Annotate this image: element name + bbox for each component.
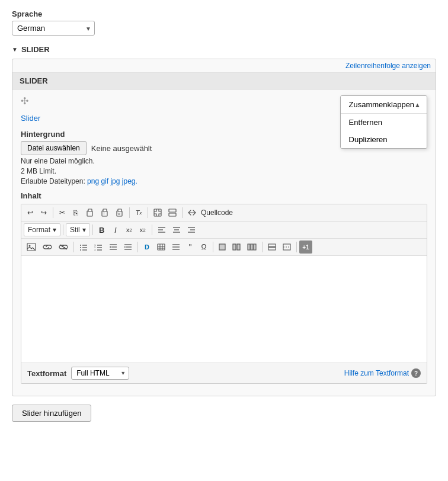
svg-point-27: [80, 249, 81, 251]
toolbar-sep-5: [63, 225, 63, 235]
svg-point-21: [29, 245, 31, 247]
page-wrapper: Sprache German English French ▼ ▼ SLIDER…: [0, 0, 448, 431]
slider-section-toggle[interactable]: ▼ SLIDER: [12, 45, 436, 54]
col2-button[interactable]: [229, 240, 244, 254]
entfernen-button[interactable]: Entfernen: [341, 114, 427, 131]
svg-rect-49: [219, 244, 225, 250]
svg-text:3.: 3.: [94, 248, 96, 251]
remove-format-button[interactable]: Tx: [132, 206, 145, 219]
style-label: Stil: [70, 226, 80, 234]
action-dropdown: Zusammenklappen ▲ Entfernen Duplizieren: [340, 95, 427, 149]
svg-rect-1: [88, 209, 92, 211]
drupal-button[interactable]: D: [140, 240, 153, 254]
zeilen-link[interactable]: Zeilenreihenfolge anzeigen: [345, 62, 431, 70]
file-hint-types: png gif jpg jpeg.: [87, 177, 137, 185]
dropdown-collapse-arrow-icon: ▲: [414, 101, 421, 108]
style-dropdown[interactable]: Stil ▾: [66, 223, 90, 236]
slider-section-label: SLIDER: [21, 45, 50, 54]
redo-button[interactable]: ↪: [37, 206, 50, 219]
textformat-select[interactable]: Full HTML Basic HTML Plain text: [71, 367, 129, 380]
extra-button[interactable]: +1: [299, 240, 312, 254]
align-right-button[interactable]: [184, 223, 199, 236]
file-hint-2: 2 MB Limit.: [21, 167, 427, 175]
bold-button[interactable]: B: [95, 223, 108, 236]
format-label: Format: [28, 226, 50, 234]
svg-rect-10: [169, 213, 176, 216]
duplizieren-button[interactable]: Duplizieren: [341, 131, 427, 148]
show-blocks-button[interactable]: [165, 206, 180, 219]
svg-point-23: [80, 245, 81, 246]
undo-button[interactable]: ↩: [24, 206, 37, 219]
file-choose-button[interactable]: Datei auswählen: [21, 141, 87, 155]
language-label: Sprache: [12, 9, 436, 18]
special-char-button[interactable]: Ω: [197, 240, 210, 254]
indent-button[interactable]: [121, 240, 135, 254]
inhalt-label: Inhalt: [21, 191, 427, 200]
paste-word-button[interactable]: W: [113, 206, 127, 219]
paste-button[interactable]: [83, 206, 97, 219]
svg-rect-8: [154, 209, 161, 216]
subscript-button[interactable]: x2: [136, 223, 149, 236]
toolbar-sep-11: [262, 242, 263, 252]
editor-content-area[interactable]: [21, 256, 427, 363]
svg-rect-51: [237, 244, 240, 250]
page-break-button[interactable]: [280, 240, 294, 254]
unlink-button[interactable]: [56, 240, 71, 254]
toolbar-sep-8: [73, 242, 74, 252]
outdent-button[interactable]: [106, 240, 120, 254]
copy-button[interactable]: ⎘: [69, 206, 82, 219]
toolbar-sep-7: [152, 225, 152, 235]
hilfe-link[interactable]: Hilfe zum Textformat ?: [344, 368, 421, 378]
dropdown-menu: Zusammenklappen ▲ Entfernen Duplizieren: [340, 95, 427, 149]
image-button[interactable]: [24, 240, 39, 254]
svg-rect-53: [251, 244, 253, 250]
toolbar-sep-2: [129, 207, 130, 218]
maximize-button[interactable]: [151, 206, 165, 219]
language-section: Sprache German English French ▼: [12, 9, 436, 36]
file-hint-1: Nur eine Datei möglich.: [21, 157, 427, 165]
language-select[interactable]: German English French: [12, 21, 95, 36]
inhalt-group: Inhalt ↩ ↪ ✂ ⎘ T: [21, 191, 427, 384]
add-slider-button[interactable]: Slider hinzufügen: [12, 405, 91, 422]
svg-rect-3: [103, 209, 107, 211]
toolbar-row-1: ↩ ↪ ✂ ⎘ T W: [21, 204, 427, 222]
svg-rect-6: [118, 209, 121, 211]
zusammenklappen-button[interactable]: Zusammenklappen ▲: [341, 96, 427, 114]
superscript-button[interactable]: x2: [123, 223, 136, 236]
drag-handle-icon[interactable]: ✣: [21, 95, 28, 107]
file-name-display: Keine ausgewählt: [91, 144, 152, 153]
hr-button[interactable]: [265, 240, 279, 254]
svg-rect-52: [248, 244, 250, 250]
help-circle-icon: ?: [411, 368, 421, 378]
col1-button[interactable]: [216, 240, 229, 254]
language-select-wrapper: German English French ▼: [12, 21, 95, 36]
col3-button[interactable]: [244, 240, 260, 254]
slider-title-bar: SLIDER: [12, 73, 436, 89]
editor-wrapper: ↩ ↪ ✂ ⎘ T W: [21, 204, 427, 384]
cut-button[interactable]: ✂: [56, 206, 69, 219]
blockquote-button[interactable]: ": [184, 240, 197, 254]
triangle-down-icon: ▼: [12, 46, 18, 53]
ordered-list-button[interactable]: 1.2.3.: [91, 240, 105, 254]
toolbar-sep-6: [92, 225, 93, 235]
toolbar-row-3: 1.2.3. D: [21, 239, 427, 256]
justify-button[interactable]: [169, 240, 183, 254]
link-button[interactable]: [40, 240, 55, 254]
slider-container: Zeilenreihenfolge anzeigen SLIDER ✣ Zusa…: [12, 59, 436, 396]
toolbar-sep-9: [137, 242, 138, 252]
format-dropdown[interactable]: Format ▾: [24, 223, 60, 236]
source-label: Quellcode: [201, 209, 233, 217]
textformat-select-wrapper: Full HTML Basic HTML Plain text ▼: [71, 367, 129, 380]
unordered-list-button[interactable]: [76, 240, 91, 254]
table-button[interactable]: [154, 240, 168, 254]
style-arrow-icon: ▾: [82, 226, 86, 234]
svg-rect-41: [158, 244, 165, 250]
textformat-label: Textformat: [27, 369, 66, 378]
paste-text-button[interactable]: T: [98, 206, 112, 219]
svg-rect-54: [254, 244, 256, 250]
align-left-button[interactable]: [155, 223, 169, 236]
toolbar-sep-1: [53, 207, 53, 218]
align-center-button[interactable]: [169, 223, 184, 236]
source-button[interactable]: [185, 206, 200, 219]
italic-button[interactable]: I: [109, 223, 122, 236]
